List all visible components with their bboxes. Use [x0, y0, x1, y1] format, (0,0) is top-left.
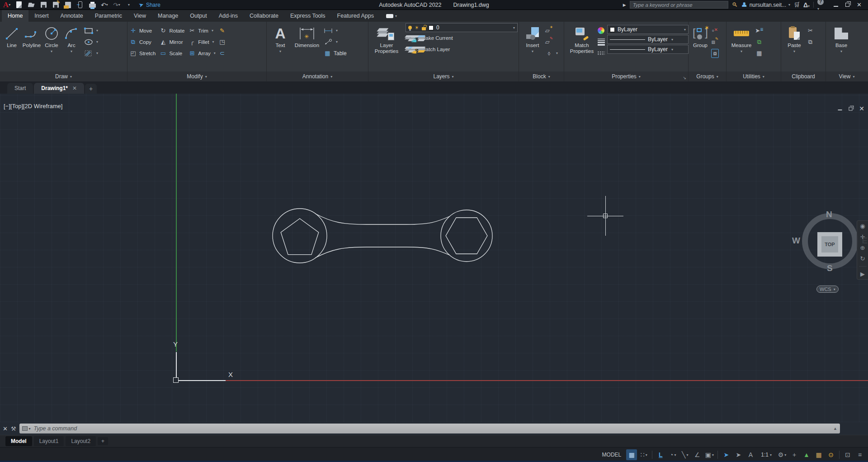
- layer-unisolate-icon[interactable]: [409, 47, 409, 52]
- object-snap-toggle[interactable]: ▣▾: [704, 449, 715, 460]
- base-dropdown-icon[interactable]: ▾: [840, 49, 842, 53]
- annotation-visibility-toggle[interactable]: ➤: [721, 449, 731, 460]
- ribbon-tab-home[interactable]: Home: [2, 10, 28, 22]
- command-history-expand-icon[interactable]: ▲: [833, 426, 837, 431]
- plot-icon[interactable]: [88, 1, 96, 9]
- new-layout-button[interactable]: +: [98, 437, 108, 445]
- match-layer-icon[interactable]: [418, 47, 419, 52]
- object-snap-tracking-toggle[interactable]: ∠: [692, 449, 703, 460]
- group-button[interactable]: []✶ Group: [690, 23, 710, 71]
- layer-isolate-icon[interactable]: [409, 35, 409, 41]
- layer-unlock2-icon[interactable]: [415, 47, 415, 52]
- new-file-icon[interactable]: [15, 1, 23, 9]
- color-dropdown[interactable]: ByLayer▾: [607, 25, 689, 34]
- window-minimize-icon[interactable]: [834, 6, 838, 7]
- open-from-web-icon[interactable]: [64, 1, 72, 9]
- fillet-button[interactable]: ╭Fillet▾: [188, 36, 216, 48]
- search-expand-icon[interactable]: ▶: [623, 3, 626, 7]
- circle-button[interactable]: Circle ▾: [42, 23, 61, 71]
- layer-dropdown-icon[interactable]: ▾: [513, 26, 515, 30]
- window-close-icon[interactable]: ✕: [857, 2, 862, 8]
- properties-dialog-launcher-icon[interactable]: ↘: [683, 76, 686, 80]
- paste-dropdown-icon[interactable]: ▾: [793, 49, 795, 53]
- base-button[interactable]: Base ▾: [828, 23, 855, 71]
- block-panel-label[interactable]: Block▾: [519, 71, 564, 81]
- layer-select-dropdown[interactable]: ☀ 0 ▾: [406, 23, 518, 32]
- wrench-drawing[interactable]: [0, 94, 868, 422]
- open-file-icon[interactable]: [27, 1, 35, 9]
- leader-button[interactable]: ▾: [324, 36, 347, 48]
- select-similar-button[interactable]: ⧉: [755, 36, 763, 48]
- erase-button[interactable]: ✎: [218, 25, 226, 36]
- layer-lock-icon[interactable]: [415, 35, 415, 41]
- layer-properties-button[interactable]: Layer Properties: [370, 23, 403, 71]
- group-edit-button[interactable]: ⧈✎: [711, 36, 719, 48]
- line-button[interactable]: Line: [2, 23, 22, 71]
- drawing-canvas[interactable]: [−][Top][2D Wireframe] ✕ N W E S TOP WCS…: [0, 94, 868, 422]
- account-menu[interactable]: 👤︎ nursultan.seit... ▾: [741, 1, 790, 8]
- utilities-panel-label[interactable]: Utilities▾: [726, 71, 781, 81]
- layer-on-icon[interactable]: [408, 26, 412, 29]
- autoscale-toggle[interactable]: ➤: [733, 449, 744, 460]
- file-tab-start[interactable]: Start: [7, 83, 33, 94]
- search-box[interactable]: [630, 1, 728, 9]
- stretch-button[interactable]: ◰Stretch: [129, 48, 156, 59]
- ribbon-tab-express-tools[interactable]: Express Tools: [284, 10, 331, 22]
- hatch-button[interactable]: ▾: [84, 48, 98, 59]
- offset-button[interactable]: ⊂: [218, 48, 226, 59]
- table-button[interactable]: ▦Table: [324, 48, 347, 59]
- ribbon-tab-view[interactable]: View: [128, 10, 152, 22]
- group-selection-toggle[interactable]: ⧇: [711, 48, 719, 59]
- ribbon-tab-add-ins[interactable]: Add-ins: [213, 10, 244, 22]
- lock-ui[interactable]: ⊙: [826, 449, 836, 460]
- polar-tracking-toggle[interactable]: ◔▾: [667, 449, 678, 460]
- match-layer-label[interactable]: Match Layer: [421, 47, 450, 52]
- layers-panel-label[interactable]: Layers▾: [368, 71, 519, 81]
- file-tab-drawing1[interactable]: Drawing1*✕: [34, 83, 84, 94]
- search-input[interactable]: [633, 2, 725, 8]
- command-customize-icon[interactable]: ⚒: [11, 425, 16, 432]
- rotate-button[interactable]: ↻Rotate: [159, 25, 184, 36]
- measure-button[interactable]: Measure ▾: [728, 23, 755, 71]
- isolate-objects[interactable]: ▦: [813, 449, 824, 460]
- circle-dropdown-icon[interactable]: ▾: [51, 49, 52, 53]
- autocad-logo-icon[interactable]: A▾: [3, 1, 11, 9]
- paste-button[interactable]: Paste ▾: [783, 23, 806, 71]
- autodesk-logo-icon[interactable]: Δ▾: [803, 1, 810, 9]
- redo-icon[interactable]: ↷▾: [113, 1, 121, 9]
- customization-menu[interactable]: ≡: [854, 449, 865, 460]
- layout-tab-layout1[interactable]: Layout1: [34, 436, 64, 446]
- quick-calculator-button[interactable]: ▦: [755, 48, 763, 59]
- snap-mode-toggle[interactable]: ∷▾: [638, 449, 649, 460]
- mirror-button[interactable]: ◭Mirror: [159, 36, 184, 48]
- annotation-scale-flyout[interactable]: A: [745, 449, 756, 460]
- make-current-label[interactable]: Make Current: [421, 35, 453, 41]
- match-properties-button[interactable]: Match Properties: [566, 23, 598, 71]
- trim-button[interactable]: ✂Trim▾: [188, 25, 216, 36]
- object-color-button[interactable]: [598, 25, 605, 36]
- layer-freeze-icon[interactable]: ❄: [412, 35, 412, 41]
- linetype-dropdown[interactable]: ByLayer▾: [607, 45, 689, 54]
- text-dropdown-icon[interactable]: ▾: [279, 49, 281, 53]
- command-line-bar[interactable]: ▾ ▲: [19, 424, 840, 433]
- ribbon-tab-collaborate[interactable]: Collaborate: [244, 10, 284, 22]
- share-button[interactable]: ➤Share: [139, 1, 160, 8]
- layer-on2-icon[interactable]: [406, 47, 406, 52]
- annotation-monitor[interactable]: +: [789, 449, 800, 460]
- quick-select-button[interactable]: ➤≣: [755, 25, 763, 36]
- arc-dropdown-icon[interactable]: ▾: [71, 49, 72, 53]
- make-current-icon[interactable]: [418, 35, 419, 41]
- draw-panel-label[interactable]: Draw▾: [0, 71, 127, 81]
- measure-dropdown-icon[interactable]: ▾: [741, 49, 742, 53]
- insert-dropdown-icon[interactable]: ▾: [532, 49, 533, 53]
- ellipse-button[interactable]: ▾: [84, 36, 98, 48]
- linear-dimension-button[interactable]: ▾: [324, 25, 347, 36]
- ortho-mode-toggle[interactable]: L: [655, 449, 666, 460]
- insert-button[interactable]: Insert ▾: [521, 23, 544, 71]
- save-as-icon[interactable]: [52, 1, 60, 9]
- clean-screen-toggle[interactable]: ⊡: [842, 449, 853, 460]
- save-to-mobile-icon[interactable]: [76, 1, 84, 9]
- cut-button[interactable]: ✂: [807, 25, 814, 36]
- window-restore-icon[interactable]: [845, 3, 849, 7]
- ribbon-tab-featured-apps[interactable]: Featured Apps: [331, 10, 380, 22]
